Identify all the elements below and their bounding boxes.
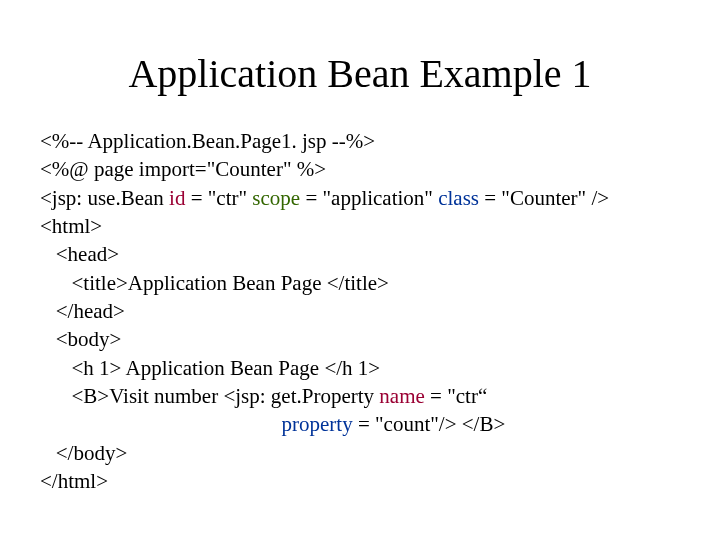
- keyword-scope: scope: [252, 186, 300, 210]
- code-text: <jsp: use.Bean: [40, 186, 169, 210]
- slide-title: Application Bean Example 1: [40, 50, 680, 97]
- keyword-class: class: [438, 186, 479, 210]
- keyword-id: id: [169, 186, 185, 210]
- keyword-name: name: [379, 384, 424, 408]
- code-line-1: <%-- Application.Bean.Page1. jsp --%>: [40, 129, 375, 153]
- code-block: <%-- Application.Bean.Page1. jsp --%> <%…: [40, 127, 680, 495]
- code-line-11: property = "count"/> </B>: [40, 412, 505, 436]
- code-line-2: <%@ page import="Counter" %>: [40, 157, 326, 181]
- keyword-property: property: [282, 412, 353, 436]
- code-line-13: </html>: [40, 469, 108, 493]
- code-line-5: <head>: [40, 242, 119, 266]
- code-text: = "Counter" />: [479, 186, 609, 210]
- code-line-8: <body>: [40, 327, 121, 351]
- code-line-6: <title>Application Bean Page </title>: [40, 271, 389, 295]
- code-line-3: <jsp: use.Bean id = "ctr" scope = "appli…: [40, 186, 609, 210]
- code-line-7: </head>: [40, 299, 125, 323]
- code-text: = "ctr“: [425, 384, 487, 408]
- slide: Application Bean Example 1 <%-- Applicat…: [0, 0, 720, 495]
- code-text: = "count"/> </B>: [353, 412, 506, 436]
- code-line-9: <h 1> Application Bean Page </h 1>: [40, 356, 380, 380]
- code-line-12: </body>: [40, 441, 127, 465]
- code-text: = "application": [300, 186, 438, 210]
- code-line-10: <B>Visit number <jsp: get.Property name …: [40, 384, 487, 408]
- code-line-4: <html>: [40, 214, 102, 238]
- code-text: <B>Visit number <jsp: get.Property: [40, 384, 379, 408]
- code-text: [40, 412, 282, 436]
- code-text: = "ctr": [185, 186, 252, 210]
